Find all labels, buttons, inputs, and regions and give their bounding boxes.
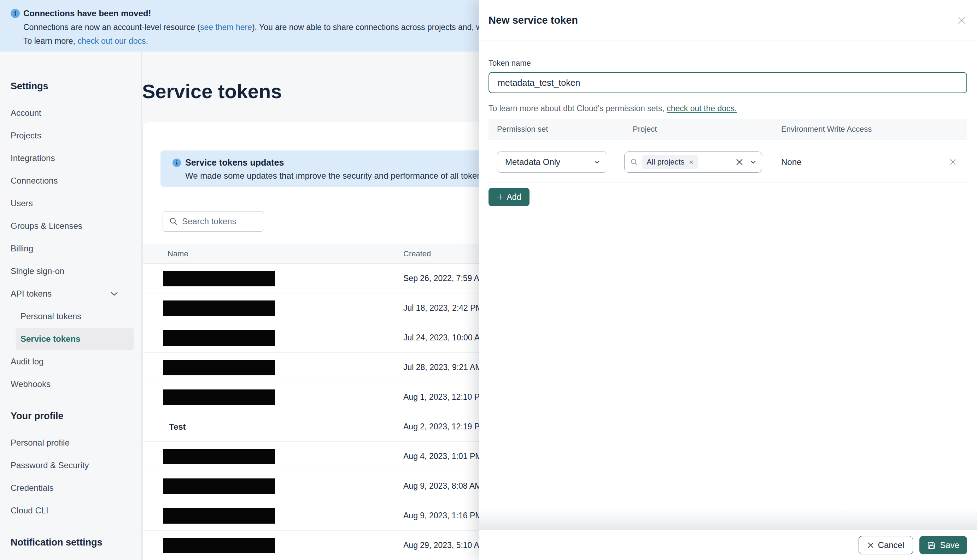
- sidebar-item-audit-log[interactable]: Audit log: [0, 350, 141, 373]
- search-icon: [169, 217, 178, 226]
- column-header-name: Name: [143, 249, 403, 258]
- redacted-token-name: [163, 330, 275, 346]
- token-name-cell: Test: [143, 422, 403, 432]
- search-tokens-box[interactable]: [162, 211, 264, 232]
- permission-set-select[interactable]: Metadata Only: [497, 152, 607, 173]
- cancel-button-label: Cancel: [878, 540, 905, 550]
- save-icon: [927, 541, 936, 549]
- token-name-label: Token name: [488, 58, 967, 68]
- sidebar-item-projects[interactable]: Projects: [0, 124, 141, 147]
- search-icon: [630, 158, 638, 166]
- env-write-access-value: None: [773, 157, 939, 167]
- chevron-down-icon: [110, 292, 118, 296]
- permission-table-header: Permission set Project Environment Write…: [488, 119, 967, 140]
- token-name-input[interactable]: [488, 72, 967, 93]
- banner-body-text: Connections are now an account-level res…: [23, 23, 200, 32]
- add-button-label: Add: [507, 192, 521, 202]
- sidebar-item-groups-licenses[interactable]: Groups & Licenses: [0, 215, 141, 237]
- all-projects-chip[interactable]: All projects: [642, 155, 698, 169]
- sidebar-item-service-tokens[interactable]: Service tokens: [15, 328, 134, 350]
- redacted-token-name: [163, 300, 275, 316]
- sidebar-item-personal-profile[interactable]: Personal profile: [0, 432, 141, 454]
- sidebar-item-users[interactable]: Users: [0, 192, 141, 215]
- redacted-token-name: [163, 449, 275, 464]
- sidebar-item-connections[interactable]: Connections: [0, 170, 141, 192]
- settings-heading: Settings: [0, 79, 141, 102]
- banner-title: Connections have been moved!: [23, 8, 151, 18]
- chip-label: All projects: [646, 157, 685, 167]
- panel-body: Token name To learn more about dbt Cloud…: [479, 58, 977, 206]
- permission-set-value: Metadata Only: [505, 157, 560, 167]
- banner-learn-more-text: To learn more,: [23, 37, 77, 45]
- sidebar-item-single-sign-on[interactable]: Single sign-on: [0, 260, 141, 282]
- clear-selection-icon[interactable]: [736, 158, 743, 166]
- save-button[interactable]: Save: [919, 536, 967, 554]
- close-icon[interactable]: [957, 16, 966, 25]
- close-icon: [867, 542, 874, 548]
- sidebar-item-integrations[interactable]: Integrations: [0, 147, 141, 170]
- plus-icon: [497, 194, 504, 200]
- permission-docs-helper: To learn more about dbt Cloud's permissi…: [488, 104, 967, 113]
- sidebar-item-cloud-cli[interactable]: Cloud CLI: [0, 499, 141, 522]
- info-icon: i: [11, 9, 20, 18]
- chip-remove-icon[interactable]: [689, 160, 694, 165]
- helper-text: To learn more about dbt Cloud's permissi…: [488, 104, 667, 113]
- redacted-token-name: [163, 538, 275, 553]
- sidebar-item-credentials[interactable]: Credentials: [0, 477, 141, 499]
- chevron-down-icon: [594, 160, 600, 164]
- redacted-token-name: [163, 390, 275, 405]
- project-multiselect[interactable]: All projects: [624, 152, 762, 173]
- info-icon: i: [172, 158, 181, 167]
- permission-sets-table: Permission set Project Environment Write…: [488, 119, 967, 183]
- sidebar-item-webhooks[interactable]: Webhooks: [0, 373, 141, 395]
- see-them-here-link[interactable]: see them here: [200, 23, 252, 32]
- chevron-down-icon[interactable]: [750, 160, 756, 164]
- redacted-token-name: [163, 478, 275, 494]
- column-header-env-write-access: Environment Write Access: [773, 125, 939, 134]
- panel-footer: Cancel Save: [479, 530, 977, 560]
- column-header-permission-set: Permission set: [488, 125, 624, 134]
- redacted-token-name: [163, 360, 275, 375]
- notification-settings-heading: Notification settings: [0, 535, 141, 558]
- panel-header: New service token: [479, 0, 977, 41]
- permission-row: Metadata Only All projects: [488, 140, 967, 183]
- panel-title: New service token: [488, 15, 578, 26]
- your-profile-heading: Your profile: [0, 409, 141, 432]
- column-header-project: Project: [624, 125, 773, 134]
- search-input[interactable]: [182, 217, 253, 226]
- check-out-docs-link[interactable]: check out the docs.: [667, 104, 737, 113]
- settings-sidebar: Settings Account Projects Integrations C…: [0, 52, 142, 560]
- check-docs-link[interactable]: check out our docs.: [77, 37, 148, 45]
- api-tokens-label: API tokens: [11, 282, 52, 305]
- updates-banner-title: Service tokens updates: [185, 157, 284, 168]
- save-button-label: Save: [940, 540, 959, 550]
- sidebar-item-password-security[interactable]: Password & Security: [0, 454, 141, 477]
- remove-row-icon[interactable]: [949, 158, 957, 166]
- new-service-token-panel: New service token Token name To learn mo…: [479, 0, 977, 560]
- add-permission-button[interactable]: Add: [488, 188, 530, 206]
- redacted-token-name: [163, 271, 275, 287]
- sidebar-item-billing[interactable]: Billing: [0, 237, 141, 260]
- cancel-button[interactable]: Cancel: [858, 536, 913, 554]
- sidebar-item-personal-tokens[interactable]: Personal tokens: [0, 305, 141, 328]
- redacted-token-name: [163, 508, 275, 523]
- sidebar-item-account[interactable]: Account: [0, 102, 141, 124]
- sidebar-item-api-tokens[interactable]: API tokens: [0, 282, 141, 305]
